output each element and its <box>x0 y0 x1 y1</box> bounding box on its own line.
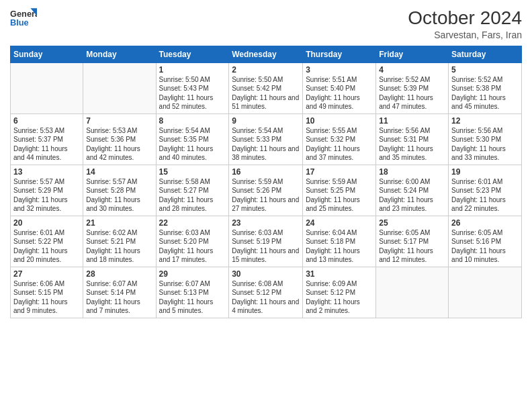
svg-text:Blue: Blue <box>10 17 29 28</box>
calendar-week-row: 13Sunrise: 5:57 AM Sunset: 5:29 PM Dayli… <box>11 165 522 216</box>
day-number: 3 <box>306 65 373 75</box>
day-info: Sunrise: 5:53 AM Sunset: 5:36 PM Dayligh… <box>86 126 152 163</box>
month-title: October 2024 <box>408 7 522 30</box>
logo-icon: General Blue <box>10 7 37 30</box>
day-number: 20 <box>13 218 80 228</box>
calendar-header-row: Sunday Monday Tuesday Wednesday Thursday… <box>11 46 522 62</box>
calendar-cell: 13Sunrise: 5:57 AM Sunset: 5:29 PM Dayli… <box>11 165 83 216</box>
calendar-cell: 9Sunrise: 5:54 AM Sunset: 5:33 PM Daylig… <box>229 113 303 165</box>
day-number: 1 <box>159 65 226 75</box>
calendar-cell: 1Sunrise: 5:50 AM Sunset: 5:43 PM Daylig… <box>156 62 229 113</box>
day-info: Sunrise: 5:56 AM Sunset: 5:30 PM Dayligh… <box>451 126 519 163</box>
day-info: Sunrise: 6:07 AM Sunset: 5:13 PM Dayligh… <box>159 279 226 316</box>
col-monday: Monday <box>83 46 156 62</box>
day-info: Sunrise: 6:06 AM Sunset: 5:15 PM Dayligh… <box>13 279 80 316</box>
calendar-cell: 5Sunrise: 5:52 AM Sunset: 5:38 PM Daylig… <box>449 62 522 113</box>
day-number: 29 <box>159 269 226 279</box>
day-info: Sunrise: 6:03 AM Sunset: 5:20 PM Dayligh… <box>159 228 226 265</box>
day-number: 23 <box>232 218 300 228</box>
col-thursday: Thursday <box>303 46 376 62</box>
calendar-week-row: 1Sunrise: 5:50 AM Sunset: 5:43 PM Daylig… <box>11 62 522 113</box>
calendar-cell <box>83 62 156 113</box>
calendar-cell: 26Sunrise: 6:05 AM Sunset: 5:16 PM Dayli… <box>449 216 522 267</box>
title-area: October 2024 Sarvestan, Fars, Iran <box>408 7 522 40</box>
day-info: Sunrise: 6:03 AM Sunset: 5:19 PM Dayligh… <box>232 228 300 265</box>
col-tuesday: Tuesday <box>156 46 229 62</box>
day-number: 2 <box>232 65 300 75</box>
day-number: 9 <box>232 116 300 126</box>
day-info: Sunrise: 5:57 AM Sunset: 5:28 PM Dayligh… <box>86 177 152 214</box>
calendar-cell: 3Sunrise: 5:51 AM Sunset: 5:40 PM Daylig… <box>303 62 376 113</box>
day-info: Sunrise: 6:02 AM Sunset: 5:21 PM Dayligh… <box>86 228 152 265</box>
day-number: 11 <box>379 116 445 126</box>
day-info: Sunrise: 5:57 AM Sunset: 5:29 PM Dayligh… <box>13 177 80 214</box>
calendar-cell: 10Sunrise: 5:55 AM Sunset: 5:32 PM Dayli… <box>303 113 376 165</box>
day-number: 31 <box>306 269 373 279</box>
calendar-week-row: 20Sunrise: 6:01 AM Sunset: 5:22 PM Dayli… <box>11 216 522 267</box>
day-info: Sunrise: 6:01 AM Sunset: 5:23 PM Dayligh… <box>451 177 519 214</box>
calendar-cell: 28Sunrise: 6:07 AM Sunset: 5:14 PM Dayli… <box>83 267 156 318</box>
day-number: 19 <box>451 167 519 177</box>
calendar-cell: 23Sunrise: 6:03 AM Sunset: 5:19 PM Dayli… <box>229 216 303 267</box>
day-info: Sunrise: 5:58 AM Sunset: 5:27 PM Dayligh… <box>159 177 226 214</box>
day-number: 15 <box>159 167 226 177</box>
day-number: 25 <box>379 218 445 228</box>
day-info: Sunrise: 6:04 AM Sunset: 5:18 PM Dayligh… <box>306 228 373 265</box>
logo: General Blue <box>10 7 37 30</box>
location-subtitle: Sarvestan, Fars, Iran <box>408 30 522 40</box>
day-info: Sunrise: 5:53 AM Sunset: 5:37 PM Dayligh… <box>13 126 80 163</box>
day-info: Sunrise: 6:00 AM Sunset: 5:24 PM Dayligh… <box>379 177 445 214</box>
day-info: Sunrise: 6:01 AM Sunset: 5:22 PM Dayligh… <box>13 228 80 265</box>
calendar-cell: 19Sunrise: 6:01 AM Sunset: 5:23 PM Dayli… <box>449 165 522 216</box>
col-sunday: Sunday <box>11 46 83 62</box>
calendar-cell: 25Sunrise: 6:05 AM Sunset: 5:17 PM Dayli… <box>376 216 449 267</box>
day-number: 13 <box>13 167 80 177</box>
day-info: Sunrise: 5:55 AM Sunset: 5:32 PM Dayligh… <box>306 126 373 163</box>
calendar-cell: 8Sunrise: 5:54 AM Sunset: 5:35 PM Daylig… <box>156 113 229 165</box>
day-number: 22 <box>159 218 226 228</box>
day-number: 4 <box>379 65 445 75</box>
day-info: Sunrise: 5:50 AM Sunset: 5:42 PM Dayligh… <box>232 75 300 111</box>
calendar-cell: 16Sunrise: 5:59 AM Sunset: 5:26 PM Dayli… <box>229 165 303 216</box>
day-info: Sunrise: 5:52 AM Sunset: 5:39 PM Dayligh… <box>379 75 445 111</box>
day-info: Sunrise: 5:54 AM Sunset: 5:35 PM Dayligh… <box>159 126 226 163</box>
day-info: Sunrise: 5:56 AM Sunset: 5:31 PM Dayligh… <box>379 126 445 163</box>
calendar-cell: 14Sunrise: 5:57 AM Sunset: 5:28 PM Dayli… <box>83 165 156 216</box>
day-number: 6 <box>13 116 80 126</box>
calendar-cell: 27Sunrise: 6:06 AM Sunset: 5:15 PM Dayli… <box>11 267 83 318</box>
calendar-cell: 11Sunrise: 5:56 AM Sunset: 5:31 PM Dayli… <box>376 113 449 165</box>
day-info: Sunrise: 6:05 AM Sunset: 5:17 PM Dayligh… <box>379 228 445 265</box>
day-number: 27 <box>13 269 80 279</box>
day-number: 7 <box>86 116 152 126</box>
day-info: Sunrise: 6:05 AM Sunset: 5:16 PM Dayligh… <box>451 228 519 265</box>
day-info: Sunrise: 5:52 AM Sunset: 5:38 PM Dayligh… <box>451 75 519 111</box>
calendar-cell: 2Sunrise: 5:50 AM Sunset: 5:42 PM Daylig… <box>229 62 303 113</box>
calendar-cell: 30Sunrise: 6:08 AM Sunset: 5:12 PM Dayli… <box>229 267 303 318</box>
day-number: 16 <box>232 167 300 177</box>
day-number: 5 <box>451 65 519 75</box>
calendar-cell: 22Sunrise: 6:03 AM Sunset: 5:20 PM Dayli… <box>156 216 229 267</box>
calendar-cell: 7Sunrise: 5:53 AM Sunset: 5:36 PM Daylig… <box>83 113 156 165</box>
col-saturday: Saturday <box>449 46 522 62</box>
day-info: Sunrise: 5:59 AM Sunset: 5:26 PM Dayligh… <box>232 177 300 214</box>
day-info: Sunrise: 6:08 AM Sunset: 5:12 PM Dayligh… <box>232 279 300 316</box>
col-wednesday: Wednesday <box>229 46 303 62</box>
calendar-cell: 17Sunrise: 5:59 AM Sunset: 5:25 PM Dayli… <box>303 165 376 216</box>
day-number: 18 <box>379 167 445 177</box>
calendar-cell <box>11 62 83 113</box>
calendar-cell <box>449 267 522 318</box>
day-number: 17 <box>306 167 373 177</box>
calendar-cell: 24Sunrise: 6:04 AM Sunset: 5:18 PM Dayli… <box>303 216 376 267</box>
calendar-cell: 18Sunrise: 6:00 AM Sunset: 5:24 PM Dayli… <box>376 165 449 216</box>
calendar-cell: 4Sunrise: 5:52 AM Sunset: 5:39 PM Daylig… <box>376 62 449 113</box>
day-number: 12 <box>451 116 519 126</box>
day-number: 26 <box>451 218 519 228</box>
calendar-cell: 21Sunrise: 6:02 AM Sunset: 5:21 PM Dayli… <box>83 216 156 267</box>
header: General Blue October 2024 Sarvestan, Far… <box>10 7 522 40</box>
day-number: 24 <box>306 218 373 228</box>
day-number: 14 <box>86 167 152 177</box>
day-number: 30 <box>232 269 300 279</box>
calendar-cell: 15Sunrise: 5:58 AM Sunset: 5:27 PM Dayli… <box>156 165 229 216</box>
day-info: Sunrise: 5:51 AM Sunset: 5:40 PM Dayligh… <box>306 75 373 111</box>
page: General Blue October 2024 Sarvestan, Far… <box>0 0 532 411</box>
